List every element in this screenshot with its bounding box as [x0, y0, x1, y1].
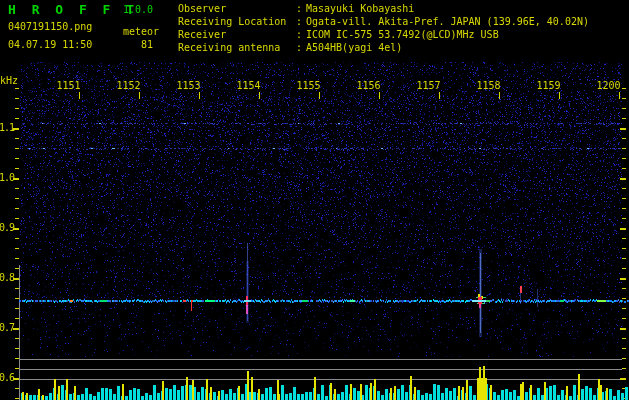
y-axis-unit-label: kHz	[0, 75, 18, 86]
freq-tick-label: 0.6	[0, 372, 14, 383]
freq-tick-label: 0.8	[0, 272, 14, 283]
observation-datetime: 04.07.19 11:50	[8, 39, 92, 50]
spectrogram-canvas	[0, 0, 629, 400]
time-tick-label: 1200	[596, 80, 621, 91]
app-version: 1.0.0	[123, 4, 153, 15]
info-row-location: Receiving Location:Ogata-vill. Akita-Pre…	[178, 16, 589, 28]
info-label: Receiving antenna	[178, 42, 296, 54]
echo-count: 81	[141, 39, 153, 50]
info-value: A504HB(yagi 4el)	[306, 42, 402, 54]
info-separator: :	[296, 42, 306, 54]
info-row-observer: Observer:Masayuki Kobayashi	[178, 3, 414, 15]
time-tick-label: 1153	[176, 80, 201, 91]
info-separator: :	[296, 3, 306, 15]
info-label: Receiver	[178, 29, 296, 41]
time-tick-label: 1155	[296, 80, 321, 91]
observation-mode: meteor	[123, 26, 159, 37]
info-value: ICOM IC-575 53.7492(@LCD)MHz USB	[306, 29, 499, 41]
info-label: Receiving Location	[178, 16, 296, 28]
time-tick-label: 1154	[236, 80, 261, 91]
freq-tick-label: 0.9	[0, 222, 14, 233]
time-tick-label: 1152	[116, 80, 141, 91]
freq-tick-label: 0.7	[0, 322, 14, 333]
time-tick-label: 1156	[356, 80, 381, 91]
app-title: H R O F F T	[8, 2, 138, 17]
time-tick-label: 1151	[56, 80, 81, 91]
freq-tick-label: 1.0	[0, 172, 14, 183]
freq-tick-label: 1.1	[0, 122, 14, 133]
info-value: Masayuki Kobayashi	[306, 3, 414, 15]
info-separator: :	[296, 29, 306, 41]
info-row-receiver: Receiver:ICOM IC-575 53.7492(@LCD)MHz US…	[178, 29, 499, 41]
hrofft-screen: H R O F F T 1.0.0 0407191150.png meteor …	[0, 0, 629, 400]
time-tick-label: 1157	[416, 80, 441, 91]
info-row-antenna: Receiving antenna:A504HB(yagi 4el)	[178, 42, 402, 54]
time-tick-label: 1158	[476, 80, 501, 91]
info-label: Observer	[178, 3, 296, 15]
info-separator: :	[296, 16, 306, 28]
output-filename: 0407191150.png	[8, 21, 92, 32]
info-value: Ogata-vill. Akita-Pref. JAPAN (139.96E, …	[306, 16, 589, 28]
time-tick-label: 1159	[536, 80, 561, 91]
